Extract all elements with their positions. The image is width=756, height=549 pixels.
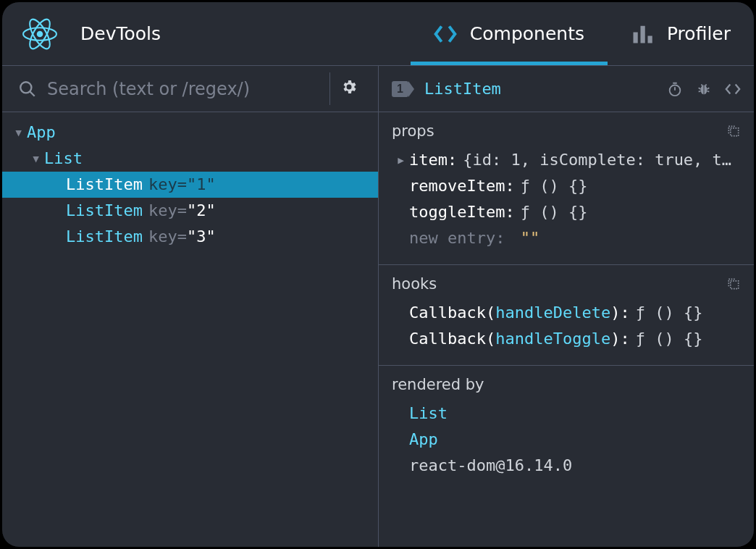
prop-row-item[interactable]: ▸ item: {id: 1, isComplete: true, t… (392, 147, 741, 173)
tree-row-list[interactable]: ▾ List (2, 146, 378, 172)
svg-rect-14 (731, 128, 739, 136)
search-bar (2, 66, 378, 112)
prop-row-toggleitem[interactable]: toggleItem: ƒ () {} (392, 199, 741, 225)
selected-component-name: ListItem (424, 80, 501, 98)
chevron-down-icon: ▾ (14, 120, 24, 146)
chevron-down-icon: ▾ (31, 146, 41, 172)
gear-icon (340, 78, 358, 96)
tab-components[interactable]: Components (411, 2, 608, 65)
rendered-by-list[interactable]: List (392, 401, 741, 427)
key-badge: 1 (392, 81, 408, 97)
search-input[interactable] (47, 79, 322, 99)
section-title: hooks (392, 275, 437, 293)
svg-rect-5 (640, 25, 644, 43)
search-icon (18, 80, 37, 99)
react-logo-icon (22, 17, 57, 51)
section-props: props ▸ item: {id: 1, isComplete: true, … (379, 112, 754, 265)
tab-label: Profiler (667, 23, 731, 44)
component-tree: ▾ App ▾ List ListItem key="1" ListItem k… (2, 112, 378, 250)
hook-row-handletoggle[interactable]: Callback(handleToggle): ƒ () {} (392, 326, 741, 352)
tree-row-app[interactable]: ▾ App (2, 120, 378, 146)
detail-header: 1 ListItem (379, 66, 754, 112)
copy-icon[interactable] (726, 277, 741, 291)
hook-row-handledelete[interactable]: Callback(handleDelete): ƒ () {} (392, 300, 741, 326)
tree-pane: ▾ App ▾ List ListItem key="1" ListItem k… (2, 66, 379, 547)
detail-pane: 1 ListItem props ▸ item: {id: 1, isCompl… (379, 66, 754, 547)
rendered-by-app[interactable]: App (392, 427, 741, 453)
svg-rect-6 (647, 35, 652, 43)
svg-point-9 (670, 85, 681, 96)
svg-rect-4 (633, 32, 637, 43)
section-rendered-by: rendered by List App react-dom@16.14.0 (379, 366, 754, 492)
svg-rect-15 (731, 281, 739, 289)
prop-row-new-entry[interactable]: new entry: "" (392, 225, 741, 251)
tree-row-listitem-2[interactable]: ListItem key="2" (2, 198, 378, 224)
settings-button[interactable] (329, 72, 368, 105)
tab-profiler[interactable]: Profiler (608, 2, 754, 65)
app-title: DevTools (80, 23, 161, 44)
tab-label: Components (470, 23, 584, 44)
svg-point-0 (37, 30, 43, 37)
rendered-by-renderer: react-dom@16.14.0 (392, 453, 741, 479)
tree-row-listitem-3[interactable]: ListItem key="3" (2, 224, 378, 250)
header: DevTools Components Profiler (2, 2, 754, 66)
svg-point-7 (20, 82, 31, 93)
components-icon (434, 22, 457, 46)
section-title: props (392, 122, 434, 140)
bug-icon[interactable] (696, 81, 712, 97)
chevron-right-icon: ▸ (396, 147, 409, 173)
stopwatch-icon[interactable] (667, 81, 683, 97)
svg-line-8 (30, 91, 35, 96)
section-hooks: hooks Callback(handleDelete): ƒ () {} Ca… (379, 265, 754, 366)
section-title: rendered by (392, 376, 484, 393)
copy-icon[interactable] (726, 124, 741, 138)
prop-row-removeitem[interactable]: removeItem: ƒ () {} (392, 173, 741, 199)
source-icon[interactable] (725, 81, 741, 97)
profiler-icon (631, 22, 654, 46)
tree-row-listitem-1[interactable]: ListItem key="1" (2, 172, 378, 198)
